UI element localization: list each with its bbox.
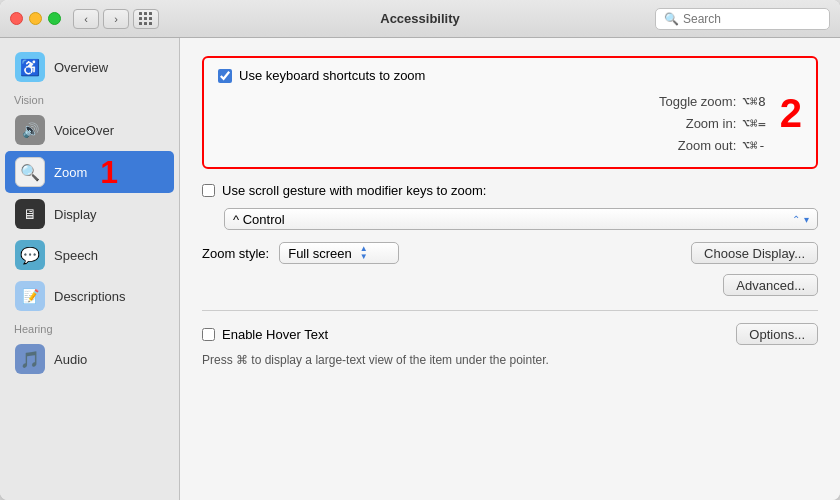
hover-text-label: Enable Hover Text bbox=[222, 327, 328, 342]
hover-text-row: Enable Hover Text Options... bbox=[202, 323, 818, 345]
voiceover-icon: 🔊 bbox=[15, 115, 45, 145]
zoom-in-row: Zoom in: ⌥⌘= bbox=[228, 113, 766, 135]
sidebar-item-zoom[interactable]: 🔍 Zoom 1 bbox=[5, 151, 174, 193]
traffic-lights bbox=[10, 12, 61, 25]
zoom-out-key: ⌥⌘- bbox=[742, 135, 765, 157]
main-window: ‹ › Accessibility 🔍 ♿ Overview Vis bbox=[0, 0, 840, 500]
search-input[interactable] bbox=[683, 12, 821, 26]
choose-display-button[interactable]: Choose Display... bbox=[691, 242, 818, 264]
divider bbox=[202, 310, 818, 311]
titlebar: ‹ › Accessibility 🔍 bbox=[0, 0, 840, 38]
overview-icon: ♿ bbox=[15, 52, 45, 82]
toggle-zoom-row: Toggle zoom: ⌥⌘8 bbox=[228, 91, 766, 113]
dropdown-chevron-icon: ▾ bbox=[804, 214, 809, 225]
shortcuts-content: Use keyboard shortcuts to zoom Toggle zo… bbox=[218, 68, 766, 157]
zoom-style-value: Full screen bbox=[288, 246, 352, 261]
sidebar-item-audio[interactable]: 🎵 Audio bbox=[5, 339, 174, 379]
sidebar-item-label: Display bbox=[54, 207, 97, 222]
shortcut-table: Toggle zoom: ⌥⌘8 Zoom in: ⌥⌘= Zoom out: … bbox=[218, 91, 766, 157]
maximize-button[interactable] bbox=[48, 12, 61, 25]
advanced-row: Advanced... bbox=[202, 274, 818, 296]
toggle-zoom-key: ⌥⌘8 bbox=[742, 91, 765, 113]
minimize-button[interactable] bbox=[29, 12, 42, 25]
zoom-icon: 🔍 bbox=[15, 157, 45, 187]
zoom-in-key: ⌥⌘= bbox=[742, 113, 765, 135]
sidebar-section-vision: Vision bbox=[0, 88, 179, 109]
keyboard-shortcuts-checkbox-row: Use keyboard shortcuts to zoom bbox=[218, 68, 766, 83]
detail-pane: Use keyboard shortcuts to zoom Toggle zo… bbox=[180, 38, 840, 500]
zoom-style-dropdown[interactable]: Full screen ▲ ▼ bbox=[279, 242, 399, 264]
keyboard-shortcuts-checkbox[interactable] bbox=[218, 69, 232, 83]
sidebar-item-label: Audio bbox=[54, 352, 87, 367]
window-title: Accessibility bbox=[380, 11, 460, 26]
zoom-style-label: Zoom style: bbox=[202, 246, 269, 261]
descriptions-icon: 📝 bbox=[15, 281, 45, 311]
advanced-button[interactable]: Advanced... bbox=[723, 274, 818, 296]
options-button[interactable]: Options... bbox=[736, 323, 818, 345]
forward-button[interactable]: › bbox=[103, 9, 129, 29]
nav-buttons: ‹ › bbox=[73, 9, 129, 29]
sidebar-item-label: Descriptions bbox=[54, 289, 126, 304]
speech-icon: 💬 bbox=[15, 240, 45, 270]
zoom-style-row: Zoom style: Full screen ▲ ▼ Choose Displ… bbox=[202, 242, 818, 264]
zoom-shortcuts-box: Use keyboard shortcuts to zoom Toggle zo… bbox=[202, 56, 818, 169]
annotation-1: 1 bbox=[100, 156, 118, 188]
sidebar-item-label: VoiceOver bbox=[54, 123, 114, 138]
scroll-gesture-label: Use scroll gesture with modifier keys to… bbox=[222, 183, 486, 198]
zoom-out-label: Zoom out: bbox=[678, 135, 737, 157]
scroll-modifier-value: ^ Control bbox=[233, 212, 285, 227]
close-button[interactable] bbox=[10, 12, 23, 25]
zoom-in-label: Zoom in: bbox=[686, 113, 737, 135]
press-hint: Press ⌘ to display a large-text view of … bbox=[202, 353, 818, 367]
sidebar-item-label: Speech bbox=[54, 248, 98, 263]
sidebar-item-label: Overview bbox=[54, 60, 108, 75]
scroll-modifier-dropdown[interactable]: ^ Control ⌃ ▾ bbox=[224, 208, 818, 230]
keyboard-shortcuts-label: Use keyboard shortcuts to zoom bbox=[239, 68, 425, 83]
grid-icon bbox=[139, 12, 153, 26]
scroll-modifier-row: ^ Control ⌃ ▾ bbox=[224, 208, 818, 230]
scroll-gesture-row: Use scroll gesture with modifier keys to… bbox=[202, 183, 818, 198]
zoom-out-row: Zoom out: ⌥⌘- bbox=[228, 135, 766, 157]
back-button[interactable]: ‹ bbox=[73, 9, 99, 29]
search-bar[interactable]: 🔍 bbox=[655, 8, 830, 30]
shortcuts-row: Use keyboard shortcuts to zoom Toggle zo… bbox=[218, 68, 802, 157]
main-content: ♿ Overview Vision 🔊 VoiceOver 🔍 Zoom 1 🖥… bbox=[0, 38, 840, 500]
display-icon: 🖥 bbox=[15, 199, 45, 229]
hover-text-checkbox[interactable] bbox=[202, 328, 215, 341]
app-grid-button[interactable] bbox=[133, 9, 159, 29]
sidebar-item-overview[interactable]: ♿ Overview bbox=[5, 47, 174, 87]
sidebar-item-label: Zoom bbox=[54, 165, 87, 180]
toggle-zoom-label: Toggle zoom: bbox=[659, 91, 736, 113]
annotation-2: 2 bbox=[780, 93, 802, 133]
sidebar-item-speech[interactable]: 💬 Speech bbox=[5, 235, 174, 275]
scroll-gesture-checkbox[interactable] bbox=[202, 184, 215, 197]
sidebar-item-descriptions[interactable]: 📝 Descriptions bbox=[5, 276, 174, 316]
audio-icon: 🎵 bbox=[15, 344, 45, 374]
sidebar-section-hearing: Hearing bbox=[0, 317, 179, 338]
dropdown-arrow-icon: ⌃ bbox=[792, 214, 800, 225]
zoom-dropdown-arrows-icon: ▲ ▼ bbox=[360, 245, 368, 261]
sidebar: ♿ Overview Vision 🔊 VoiceOver 🔍 Zoom 1 🖥… bbox=[0, 38, 180, 500]
search-icon: 🔍 bbox=[664, 12, 679, 26]
sidebar-item-display[interactable]: 🖥 Display bbox=[5, 194, 174, 234]
hover-text-left: Enable Hover Text bbox=[202, 327, 328, 342]
sidebar-item-voiceover[interactable]: 🔊 VoiceOver bbox=[5, 110, 174, 150]
